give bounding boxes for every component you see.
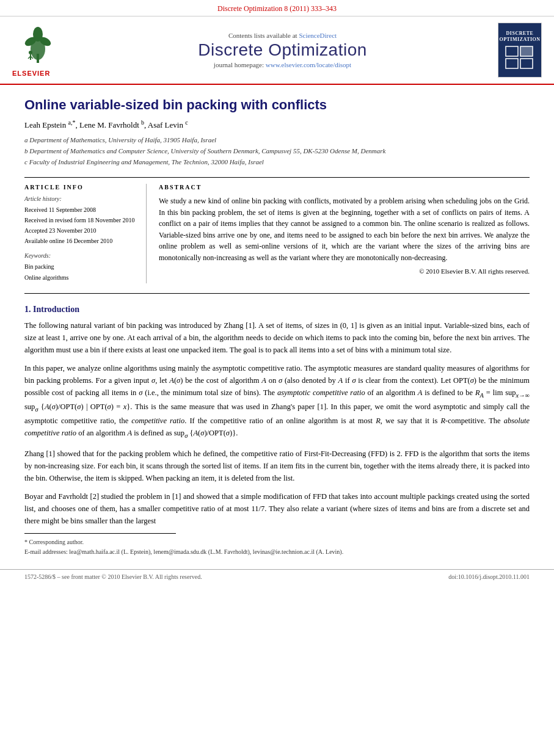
received-date: Received 11 September 2008 xyxy=(24,205,136,215)
elsevier-brand-text: ELSEVIER xyxy=(12,70,67,77)
svg-rect-12 xyxy=(520,59,533,68)
history-dates: Received 11 September 2008 Received in r… xyxy=(24,205,136,246)
authors-line: Leah Epstein a,*, Lene M. Favrholdt b, A… xyxy=(24,119,530,130)
section1-para3: Zhang [1] showed that for the packing pr… xyxy=(24,448,530,484)
footnote-star: * Corresponding author. xyxy=(24,537,530,547)
journal-header: ELSEVIER Contents lists available at Sci… xyxy=(0,16,554,85)
svg-point-4 xyxy=(33,27,43,42)
info-abstract-section: Article info Article history: Received 1… xyxy=(24,184,530,283)
article-info-title: Article info xyxy=(24,184,136,191)
affiliation-b: b Department of Mathematics and Computer… xyxy=(24,146,530,157)
abstract-text: We study a new kind of online bin packin… xyxy=(159,195,530,264)
affiliations: a Department of Mathematics, University … xyxy=(24,135,530,167)
journal-cover-image: DISCRETE OPTIMIZATION xyxy=(498,23,542,78)
homepage-url[interactable]: www.elsevier.com/locate/disopt xyxy=(266,61,351,68)
svg-rect-11 xyxy=(506,59,518,68)
section1-para2: In this paper, we analyze online algorit… xyxy=(24,362,530,442)
footnote-emails: E-mail addresses: lea@math.haifa.ac.il (… xyxy=(24,547,530,557)
section1-para1: The following natural variant of bin pac… xyxy=(24,319,530,356)
section-divider xyxy=(24,293,530,294)
footer-bar: 1572-5286/$ – see front matter © 2010 El… xyxy=(0,569,554,584)
article-info-panel: Article info Article history: Received 1… xyxy=(24,184,147,283)
available-date: Available online 16 December 2010 xyxy=(24,236,136,246)
section1-para4: Boyar and Favrholdt [2] studied the prob… xyxy=(24,490,530,527)
main-content: Online variable-sized bin packing with c… xyxy=(0,85,554,569)
affiliation-c: c Faculty of Industrial Engineering and … xyxy=(24,157,530,168)
history-label: Article history: xyxy=(24,195,136,202)
journal-title-block: Contents lists available at ScienceDirec… xyxy=(73,32,492,68)
copyright-line: © 2010 Elsevier B.V. All rights reserved… xyxy=(159,267,530,275)
affiliation-a: a Department of Mathematics, University … xyxy=(24,135,530,146)
svg-point-5 xyxy=(29,51,32,54)
cover-title-line2: OPTIMIZATION xyxy=(499,37,540,43)
divider-rule xyxy=(24,177,530,178)
article-title: Online variable-sized bin packing with c… xyxy=(24,97,530,113)
journal-title: Discrete Optimization xyxy=(73,40,492,60)
abstract-panel: Abstract We study a new kind of online b… xyxy=(159,184,530,283)
cover-title-line1: DISCRETE xyxy=(506,31,534,37)
footer-doi: doi:10.1016/j.disopt.2010.11.001 xyxy=(448,573,530,580)
keywords-list: Bin packing Online algorithms xyxy=(24,261,136,283)
abstract-title: Abstract xyxy=(159,184,530,191)
homepage-line: journal homepage: www.elsevier.com/locat… xyxy=(73,61,492,68)
elsevier-logo: ELSEVIER xyxy=(12,23,67,77)
keywords-label: Keywords: xyxy=(24,252,136,259)
keyword-1: Bin packing xyxy=(24,261,136,272)
keyword-2: Online algorithms xyxy=(24,272,136,283)
keywords-section: Keywords: Bin packing Online algorithms xyxy=(24,252,136,283)
sciencedirect-link[interactable]: ScienceDirect xyxy=(299,32,337,39)
top-bar: Discrete Optimization 8 (2011) 333–343 xyxy=(0,0,554,16)
svg-rect-9 xyxy=(506,46,518,56)
received-revised-date: Received in revised form 18 November 201… xyxy=(24,215,136,225)
journal-citation-link[interactable]: Discrete Optimization 8 (2011) 333–343 xyxy=(217,4,337,13)
accepted-date: Accepted 23 November 2010 xyxy=(24,225,136,236)
svg-rect-13 xyxy=(520,46,533,56)
section1-heading: 1. Introduction xyxy=(24,305,530,314)
footnote-rule xyxy=(24,533,176,534)
footer-issn: 1572-5286/$ – see front matter © 2010 El… xyxy=(24,573,202,580)
algorithm-text: algorithm xyxy=(440,449,470,458)
contents-line: Contents lists available at ScienceDirec… xyxy=(73,32,492,39)
